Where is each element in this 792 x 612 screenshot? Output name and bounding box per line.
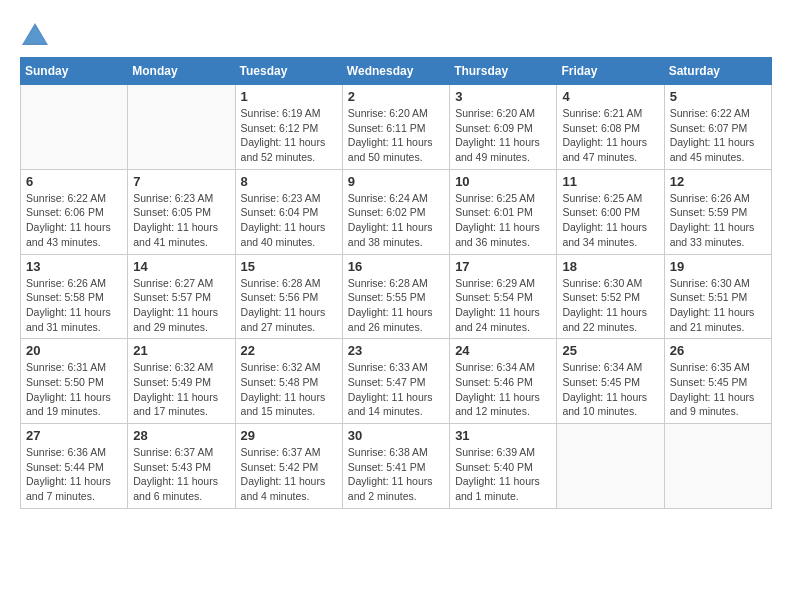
calendar-cell: 5Sunrise: 6:22 AM Sunset: 6:07 PM Daylig… — [664, 85, 771, 170]
day-number: 1 — [241, 89, 337, 104]
calendar-cell: 2Sunrise: 6:20 AM Sunset: 6:11 PM Daylig… — [342, 85, 449, 170]
calendar-cell — [21, 85, 128, 170]
calendar-cell: 17Sunrise: 6:29 AM Sunset: 5:54 PM Dayli… — [450, 254, 557, 339]
weekday-header-row: SundayMondayTuesdayWednesdayThursdayFrid… — [21, 58, 772, 85]
calendar-cell: 13Sunrise: 6:26 AM Sunset: 5:58 PM Dayli… — [21, 254, 128, 339]
day-number: 15 — [241, 259, 337, 274]
day-number: 12 — [670, 174, 766, 189]
day-info: Sunrise: 6:30 AM Sunset: 5:52 PM Dayligh… — [562, 276, 658, 335]
calendar-cell: 28Sunrise: 6:37 AM Sunset: 5:43 PM Dayli… — [128, 424, 235, 509]
calendar-cell: 29Sunrise: 6:37 AM Sunset: 5:42 PM Dayli… — [235, 424, 342, 509]
calendar-cell: 9Sunrise: 6:24 AM Sunset: 6:02 PM Daylig… — [342, 169, 449, 254]
day-number: 18 — [562, 259, 658, 274]
calendar-cell: 31Sunrise: 6:39 AM Sunset: 5:40 PM Dayli… — [450, 424, 557, 509]
day-number: 14 — [133, 259, 229, 274]
calendar-cell: 26Sunrise: 6:35 AM Sunset: 5:45 PM Dayli… — [664, 339, 771, 424]
day-info: Sunrise: 6:34 AM Sunset: 5:46 PM Dayligh… — [455, 360, 551, 419]
calendar-cell: 24Sunrise: 6:34 AM Sunset: 5:46 PM Dayli… — [450, 339, 557, 424]
day-info: Sunrise: 6:37 AM Sunset: 5:42 PM Dayligh… — [241, 445, 337, 504]
day-number: 30 — [348, 428, 444, 443]
calendar-cell: 18Sunrise: 6:30 AM Sunset: 5:52 PM Dayli… — [557, 254, 664, 339]
day-info: Sunrise: 6:22 AM Sunset: 6:06 PM Dayligh… — [26, 191, 122, 250]
day-number: 4 — [562, 89, 658, 104]
day-number: 19 — [670, 259, 766, 274]
calendar-cell — [664, 424, 771, 509]
calendar-cell: 6Sunrise: 6:22 AM Sunset: 6:06 PM Daylig… — [21, 169, 128, 254]
calendar-cell: 25Sunrise: 6:34 AM Sunset: 5:45 PM Dayli… — [557, 339, 664, 424]
day-number: 3 — [455, 89, 551, 104]
day-info: Sunrise: 6:27 AM Sunset: 5:57 PM Dayligh… — [133, 276, 229, 335]
day-number: 29 — [241, 428, 337, 443]
day-number: 20 — [26, 343, 122, 358]
calendar-cell: 19Sunrise: 6:30 AM Sunset: 5:51 PM Dayli… — [664, 254, 771, 339]
day-number: 9 — [348, 174, 444, 189]
calendar-cell: 27Sunrise: 6:36 AM Sunset: 5:44 PM Dayli… — [21, 424, 128, 509]
day-info: Sunrise: 6:36 AM Sunset: 5:44 PM Dayligh… — [26, 445, 122, 504]
day-info: Sunrise: 6:21 AM Sunset: 6:08 PM Dayligh… — [562, 106, 658, 165]
calendar-cell: 15Sunrise: 6:28 AM Sunset: 5:56 PM Dayli… — [235, 254, 342, 339]
day-info: Sunrise: 6:30 AM Sunset: 5:51 PM Dayligh… — [670, 276, 766, 335]
day-number: 31 — [455, 428, 551, 443]
day-number: 21 — [133, 343, 229, 358]
day-info: Sunrise: 6:25 AM Sunset: 6:01 PM Dayligh… — [455, 191, 551, 250]
day-info: Sunrise: 6:28 AM Sunset: 5:55 PM Dayligh… — [348, 276, 444, 335]
day-number: 25 — [562, 343, 658, 358]
day-number: 22 — [241, 343, 337, 358]
day-info: Sunrise: 6:34 AM Sunset: 5:45 PM Dayligh… — [562, 360, 658, 419]
calendar-table: SundayMondayTuesdayWednesdayThursdayFrid… — [20, 57, 772, 509]
weekday-header-sunday: Sunday — [21, 58, 128, 85]
day-info: Sunrise: 6:33 AM Sunset: 5:47 PM Dayligh… — [348, 360, 444, 419]
day-number: 26 — [670, 343, 766, 358]
day-number: 7 — [133, 174, 229, 189]
calendar-cell: 10Sunrise: 6:25 AM Sunset: 6:01 PM Dayli… — [450, 169, 557, 254]
calendar-cell: 11Sunrise: 6:25 AM Sunset: 6:00 PM Dayli… — [557, 169, 664, 254]
calendar-cell: 12Sunrise: 6:26 AM Sunset: 5:59 PM Dayli… — [664, 169, 771, 254]
calendar-cell: 21Sunrise: 6:32 AM Sunset: 5:49 PM Dayli… — [128, 339, 235, 424]
calendar-cell: 20Sunrise: 6:31 AM Sunset: 5:50 PM Dayli… — [21, 339, 128, 424]
day-info: Sunrise: 6:29 AM Sunset: 5:54 PM Dayligh… — [455, 276, 551, 335]
day-info: Sunrise: 6:26 AM Sunset: 5:58 PM Dayligh… — [26, 276, 122, 335]
day-info: Sunrise: 6:35 AM Sunset: 5:45 PM Dayligh… — [670, 360, 766, 419]
calendar-cell — [557, 424, 664, 509]
logo — [20, 20, 48, 41]
day-number: 13 — [26, 259, 122, 274]
calendar-cell: 22Sunrise: 6:32 AM Sunset: 5:48 PM Dayli… — [235, 339, 342, 424]
day-info: Sunrise: 6:20 AM Sunset: 6:11 PM Dayligh… — [348, 106, 444, 165]
day-info: Sunrise: 6:32 AM Sunset: 5:49 PM Dayligh… — [133, 360, 229, 419]
day-number: 17 — [455, 259, 551, 274]
calendar-cell: 8Sunrise: 6:23 AM Sunset: 6:04 PM Daylig… — [235, 169, 342, 254]
calendar-cell: 23Sunrise: 6:33 AM Sunset: 5:47 PM Dayli… — [342, 339, 449, 424]
calendar-cell — [128, 85, 235, 170]
day-info: Sunrise: 6:25 AM Sunset: 6:00 PM Dayligh… — [562, 191, 658, 250]
day-info: Sunrise: 6:19 AM Sunset: 6:12 PM Dayligh… — [241, 106, 337, 165]
calendar-cell: 30Sunrise: 6:38 AM Sunset: 5:41 PM Dayli… — [342, 424, 449, 509]
day-number: 28 — [133, 428, 229, 443]
day-info: Sunrise: 6:37 AM Sunset: 5:43 PM Dayligh… — [133, 445, 229, 504]
week-row-2: 6Sunrise: 6:22 AM Sunset: 6:06 PM Daylig… — [21, 169, 772, 254]
day-info: Sunrise: 6:24 AM Sunset: 6:02 PM Dayligh… — [348, 191, 444, 250]
weekday-header-wednesday: Wednesday — [342, 58, 449, 85]
day-info: Sunrise: 6:26 AM Sunset: 5:59 PM Dayligh… — [670, 191, 766, 250]
svg-marker-1 — [24, 27, 46, 43]
calendar-cell: 16Sunrise: 6:28 AM Sunset: 5:55 PM Dayli… — [342, 254, 449, 339]
week-row-1: 1Sunrise: 6:19 AM Sunset: 6:12 PM Daylig… — [21, 85, 772, 170]
day-number: 8 — [241, 174, 337, 189]
day-number: 11 — [562, 174, 658, 189]
calendar-cell: 14Sunrise: 6:27 AM Sunset: 5:57 PM Dayli… — [128, 254, 235, 339]
day-number: 23 — [348, 343, 444, 358]
day-number: 10 — [455, 174, 551, 189]
day-number: 5 — [670, 89, 766, 104]
day-number: 16 — [348, 259, 444, 274]
weekday-header-thursday: Thursday — [450, 58, 557, 85]
day-number: 2 — [348, 89, 444, 104]
weekday-header-saturday: Saturday — [664, 58, 771, 85]
logo-icon — [20, 21, 44, 41]
week-row-3: 13Sunrise: 6:26 AM Sunset: 5:58 PM Dayli… — [21, 254, 772, 339]
day-info: Sunrise: 6:32 AM Sunset: 5:48 PM Dayligh… — [241, 360, 337, 419]
calendar-cell: 1Sunrise: 6:19 AM Sunset: 6:12 PM Daylig… — [235, 85, 342, 170]
week-row-4: 20Sunrise: 6:31 AM Sunset: 5:50 PM Dayli… — [21, 339, 772, 424]
calendar-cell: 7Sunrise: 6:23 AM Sunset: 6:05 PM Daylig… — [128, 169, 235, 254]
day-info: Sunrise: 6:20 AM Sunset: 6:09 PM Dayligh… — [455, 106, 551, 165]
day-info: Sunrise: 6:38 AM Sunset: 5:41 PM Dayligh… — [348, 445, 444, 504]
weekday-header-friday: Friday — [557, 58, 664, 85]
